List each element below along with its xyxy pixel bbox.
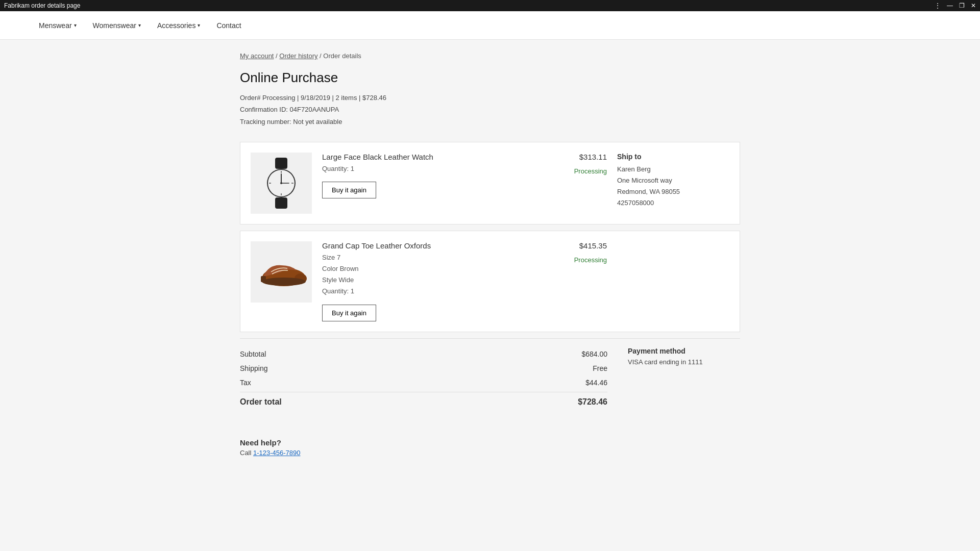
ship-to-name: Karen Berg bbox=[617, 164, 729, 175]
subtotal-label: Subtotal bbox=[240, 350, 266, 358]
order-meta-separator-2: | bbox=[332, 94, 336, 102]
menu-icon[interactable]: ⋮ bbox=[935, 2, 941, 9]
restore-button[interactable]: ❐ bbox=[959, 2, 965, 9]
item-price-watch: $313.11 bbox=[535, 153, 607, 161]
totals-section: Subtotal $684.00 Shipping Free Tax $44.4… bbox=[240, 338, 740, 410]
totals-wrapper: Subtotal $684.00 Shipping Free Tax $44.4… bbox=[240, 347, 740, 410]
item-status-shoes: Processing bbox=[535, 256, 607, 264]
close-button[interactable]: ✕ bbox=[971, 2, 976, 9]
item-name-shoes: Grand Cap Toe Leather Oxfords bbox=[322, 241, 525, 250]
nav-accessories-label: Accessories bbox=[157, 21, 195, 30]
item-price-col-shoes: $415.35 Processing bbox=[535, 241, 607, 264]
order-total-summary: $728.46 bbox=[362, 94, 386, 102]
order-total-label: Order total bbox=[240, 397, 282, 407]
tracking-line: Tracking number: Not yet available bbox=[240, 116, 740, 128]
buy-again-button-watch[interactable]: Buy it again bbox=[322, 182, 376, 198]
order-meta-separator-1: | bbox=[297, 94, 301, 102]
order-item-watch: Large Face Black Leather Watch Quantity:… bbox=[240, 142, 740, 224]
main-nav: Menswear ▾ Womenswear ▾ Accessories ▾ Co… bbox=[0, 11, 980, 40]
help-phone-link[interactable]: 1-123-456-7890 bbox=[253, 449, 301, 457]
tracking-value-text: Not yet available bbox=[293, 118, 342, 126]
item-image-shoes bbox=[251, 241, 312, 303]
shipping-value: Free bbox=[593, 364, 607, 372]
chevron-down-icon: ▾ bbox=[198, 22, 200, 28]
svg-rect-1 bbox=[275, 197, 287, 209]
ship-to-address: Karen Berg One Microsoft way Redmond, WA… bbox=[617, 164, 729, 209]
shipping-row: Shipping Free bbox=[240, 361, 607, 375]
help-text: Call 1-123-456-7890 bbox=[240, 449, 740, 457]
ship-to-phone: 4257058000 bbox=[617, 197, 729, 209]
order-item-shoes: Grand Cap Toe Leather Oxfords Size 7 Col… bbox=[240, 231, 740, 332]
minimize-button[interactable]: — bbox=[947, 2, 953, 9]
ship-to-address2: Redmond, WA 98055 bbox=[617, 186, 729, 197]
quantity-label-watch: Quantity: 1 bbox=[322, 165, 354, 172]
buy-again-button-shoes[interactable]: Buy it again bbox=[322, 305, 376, 321]
nav-womenswear[interactable]: Womenswear ▾ bbox=[85, 11, 149, 39]
svg-rect-14 bbox=[261, 276, 266, 282]
order-meta: Order# Processing | 9/18/2019 | 2 items … bbox=[240, 92, 740, 128]
ship-to-title: Ship to bbox=[617, 153, 729, 161]
order-total-value: $728.46 bbox=[578, 397, 607, 407]
nav-accessories[interactable]: Accessories ▾ bbox=[149, 11, 208, 39]
confirmation-label: Confirmation ID: bbox=[240, 106, 288, 113]
item-color-shoes: Color Brown bbox=[322, 263, 525, 274]
payment-title: Payment method bbox=[628, 347, 740, 355]
help-title: Need help? bbox=[240, 438, 740, 447]
breadcrumb-my-account[interactable]: My account bbox=[240, 52, 274, 60]
nav-contact[interactable]: Contact bbox=[208, 11, 249, 39]
order-date: 9/18/2019 bbox=[301, 94, 330, 102]
item-details-watch: Large Face Black Leather Watch Quantity:… bbox=[322, 153, 525, 198]
item-details-shoes: Grand Cap Toe Leather Oxfords Size 7 Col… bbox=[322, 241, 525, 321]
help-call-label: Call bbox=[240, 449, 253, 457]
shipping-label: Shipping bbox=[240, 364, 268, 372]
tax-value: $44.46 bbox=[585, 379, 607, 387]
item-image-watch bbox=[251, 153, 312, 214]
confirmation-line: Confirmation ID: 04F720AANUPA bbox=[240, 104, 740, 115]
chevron-down-icon: ▾ bbox=[74, 22, 77, 28]
tracking-label: Tracking number: bbox=[240, 118, 291, 126]
breadcrumb: My account / Order history / Order detai… bbox=[240, 52, 740, 60]
breadcrumb-order-history[interactable]: Order history bbox=[279, 52, 317, 60]
item-name-watch: Large Face Black Leather Watch bbox=[322, 153, 525, 161]
titlebar: Fabrikam order details page ⋮ — ❐ ✕ bbox=[0, 0, 980, 11]
item-size-shoes: Size 7 bbox=[322, 252, 525, 263]
item-price-col-watch: $313.11 Processing bbox=[535, 153, 607, 175]
totals-left: Subtotal $684.00 Shipping Free Tax $44.4… bbox=[240, 347, 607, 410]
order-summary-line: Order# Processing | 9/18/2019 | 2 items … bbox=[240, 92, 740, 104]
item-quantity-watch: Quantity: 1 bbox=[322, 163, 525, 174]
item-style-shoes: Style Wide bbox=[322, 274, 525, 286]
help-section: Need help? Call 1-123-456-7890 bbox=[240, 426, 740, 457]
tax-label: Tax bbox=[240, 379, 251, 387]
nav-menswear[interactable]: Menswear ▾ bbox=[31, 11, 85, 39]
item-attrs-shoes: Size 7 Color Brown Style Wide Quantity: … bbox=[322, 252, 525, 297]
nav-menswear-label: Menswear bbox=[39, 21, 72, 30]
confirmation-id-value: 04F720AANUPA bbox=[290, 106, 339, 113]
item-quantity-shoes: Quantity: 1 bbox=[322, 286, 525, 297]
window-title: Fabrikam order details page bbox=[4, 2, 935, 9]
ship-to-address1: One Microsoft way bbox=[617, 175, 729, 186]
order-meta-separator-3: | bbox=[359, 94, 362, 102]
breadcrumb-current: Order details bbox=[323, 52, 361, 60]
window-controls: ⋮ — ❐ ✕ bbox=[935, 2, 976, 9]
item-status-watch: Processing bbox=[535, 167, 607, 175]
watch-icon bbox=[261, 158, 302, 209]
nav-contact-label: Contact bbox=[216, 21, 241, 30]
order-items-count: 2 items bbox=[336, 94, 357, 102]
svg-point-13 bbox=[262, 278, 306, 286]
nav-womenswear-label: Womenswear bbox=[93, 21, 136, 30]
order-status: Processing bbox=[262, 94, 295, 102]
shoe-icon bbox=[256, 254, 307, 290]
payment-col: Payment method VISA card ending in 1111 bbox=[628, 347, 740, 410]
order-total-row: Order total $728.46 bbox=[240, 392, 607, 410]
subtotal-row: Subtotal $684.00 bbox=[240, 347, 607, 361]
ship-to: Ship to Karen Berg One Microsoft way Red… bbox=[617, 153, 729, 209]
svg-rect-0 bbox=[275, 158, 287, 169]
order-number-label: Order# bbox=[240, 94, 260, 102]
chevron-down-icon: ▾ bbox=[138, 22, 141, 28]
subtotal-value: $684.00 bbox=[581, 350, 607, 358]
item-price-shoes: $415.35 bbox=[535, 241, 607, 250]
main-content: My account / Order history / Order detai… bbox=[209, 40, 771, 487]
payment-info: VISA card ending in 1111 bbox=[628, 358, 740, 366]
page-title: Online Purchase bbox=[240, 70, 740, 86]
tax-row: Tax $44.46 bbox=[240, 375, 607, 390]
